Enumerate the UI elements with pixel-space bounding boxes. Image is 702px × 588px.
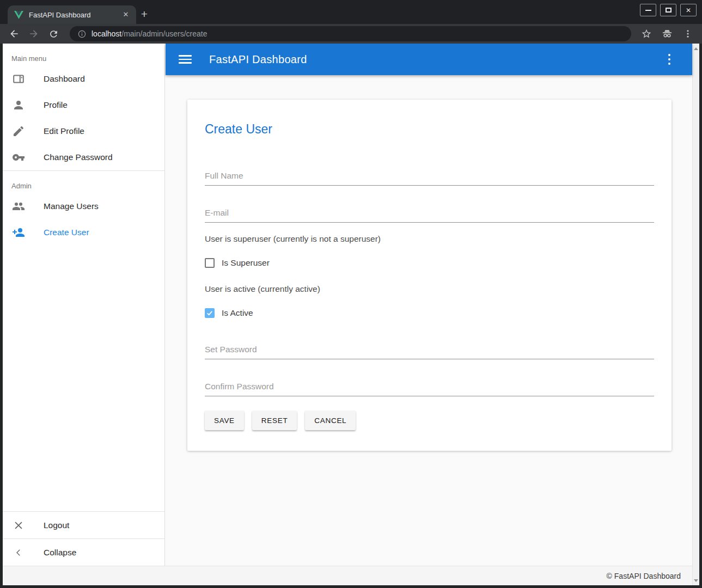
superuser-checkbox-row: Is Superuser: [205, 258, 654, 268]
forward-arrow-icon: [28, 28, 39, 39]
back-arrow-icon: [9, 28, 20, 39]
full-name-placeholder: Full Name: [205, 171, 654, 181]
sidebar-item-label: Collapse: [44, 548, 76, 558]
url-bar[interactable]: localhost/main/admin/users/create: [70, 26, 631, 41]
bookmark-star-button[interactable]: [639, 26, 654, 41]
close-window-icon: ✕: [686, 7, 691, 14]
kebab-menu-icon: [683, 29, 693, 39]
email-placeholder: E-mail: [205, 208, 654, 218]
app-title: FastAPI Dashboard: [209, 53, 663, 66]
key-icon: [12, 151, 25, 164]
sidebar-bottom: Logout Collapse: [3, 511, 164, 566]
app-bar: FastAPI Dashboard: [166, 44, 692, 75]
full-name-field[interactable]: Full Name: [205, 171, 654, 186]
forward-button[interactable]: [25, 26, 42, 42]
sidebar-item-label: Edit Profile: [44, 126, 84, 136]
superuser-checkbox-label[interactable]: Is Superuser: [222, 258, 270, 268]
maximize-icon: [666, 8, 672, 13]
sidebar-item-profile[interactable]: Profile: [3, 92, 164, 118]
section-header-main-menu: Main menu: [3, 50, 164, 66]
hamburger-menu-button[interactable]: [179, 53, 192, 66]
back-button[interactable]: [5, 26, 23, 42]
appbar-menu-button[interactable]: [663, 53, 676, 66]
sidebar: Main menu Dashboard Profile: [3, 44, 165, 566]
page-viewport: Main menu Dashboard Profile: [0, 44, 702, 588]
browser-menu-button[interactable]: [680, 26, 695, 41]
create-user-card: Create User Full Name E-mail User is sup…: [187, 100, 672, 451]
email-field[interactable]: E-mail: [205, 208, 654, 223]
sidebar-item-label: Profile: [44, 100, 68, 110]
browser-window: FastAPI Dashboard ✕ + ✕ localhost/main/a…: [0, 0, 702, 588]
page-info-icon: [77, 29, 87, 39]
sidebar-item-label: Logout: [44, 520, 69, 530]
sidebar-item-create-user[interactable]: Create User: [3, 219, 164, 246]
sidebar-section-admin: Admin Manage Users Create User: [3, 171, 164, 246]
chevron-left-icon: [12, 546, 25, 559]
sidebar-item-label: Manage Users: [44, 201, 99, 211]
check-icon: [206, 309, 213, 317]
scroll-down-icon: [694, 579, 698, 582]
page-scrollbar[interactable]: [692, 44, 699, 585]
window-maximize-button[interactable]: [660, 4, 676, 16]
scrollbar-down-button[interactable]: [693, 577, 699, 584]
save-button[interactable]: SAVE: [205, 411, 244, 430]
active-checkbox-row: Is Active: [205, 308, 654, 318]
reload-icon: [48, 29, 59, 39]
active-checkbox[interactable]: [205, 308, 215, 318]
set-password-placeholder: Set Password: [205, 345, 654, 354]
confirm-password-field[interactable]: Confirm Password: [205, 382, 654, 396]
person-icon: [12, 99, 25, 112]
active-checkbox-label[interactable]: Is Active: [222, 308, 253, 318]
window-controls: ✕: [640, 4, 697, 16]
incognito-icon: [661, 28, 673, 40]
superuser-hint: User is superuser (currently is not a su…: [205, 234, 654, 244]
sidebar-item-label: Change Password: [44, 152, 113, 162]
set-password-field[interactable]: Set Password: [205, 345, 654, 359]
sidebar-spacer: [3, 246, 164, 511]
browser-titlebar: FastAPI Dashboard ✕ + ✕: [0, 0, 702, 24]
scroll-up-icon: [694, 47, 698, 50]
person-add-icon: [12, 226, 25, 239]
star-icon: [641, 28, 652, 39]
close-icon: [12, 519, 25, 532]
url-path: /main/admin/users/create: [121, 29, 207, 38]
tab-close-icon[interactable]: ✕: [121, 10, 131, 20]
vue-logo-icon: [14, 11, 23, 19]
confirm-password-placeholder: Confirm Password: [205, 382, 654, 391]
minimize-icon: [645, 10, 651, 11]
new-tab-button[interactable]: +: [136, 7, 152, 23]
form-actions: SAVE RESET CANCEL: [205, 411, 654, 430]
page-title: Create User: [205, 123, 654, 135]
sidebar-item-logout[interactable]: Logout: [3, 512, 164, 538]
pencil-icon: [12, 125, 25, 138]
main-area: FastAPI Dashboard Create User Full Name …: [166, 44, 692, 566]
sidebar-section-main-menu: Main menu Dashboard Profile: [3, 44, 164, 170]
sidebar-item-label: Dashboard: [44, 74, 85, 84]
window-minimize-button[interactable]: [640, 4, 656, 16]
sidebar-item-dashboard[interactable]: Dashboard: [3, 66, 164, 92]
url-host: localhost: [91, 29, 121, 38]
sidebar-item-collapse[interactable]: Collapse: [3, 539, 164, 566]
scrollbar-up-button[interactable]: [693, 45, 699, 52]
sidebar-item-edit-profile[interactable]: Edit Profile: [3, 118, 164, 144]
sidebar-item-manage-users[interactable]: Manage Users: [3, 193, 164, 219]
section-header-admin: Admin: [3, 177, 164, 193]
content-scroll-area: Create User Full Name E-mail User is sup…: [166, 75, 692, 566]
reset-button[interactable]: RESET: [252, 411, 297, 430]
tab-title: FastAPI Dashboard: [29, 11, 121, 19]
window-close-button[interactable]: ✕: [680, 4, 697, 16]
browser-tab[interactable]: FastAPI Dashboard ✕: [8, 5, 136, 24]
cancel-button[interactable]: CANCEL: [305, 411, 356, 430]
toolbar-right: [639, 26, 695, 41]
people-icon: [12, 200, 25, 213]
superuser-checkbox[interactable]: [205, 258, 215, 268]
footer-text: © FastAPI Dashboard: [607, 572, 681, 580]
dashboard-icon: [12, 72, 25, 85]
page-footer: © FastAPI Dashboard: [3, 566, 692, 585]
sidebar-item-label: Create User: [44, 228, 89, 237]
reload-button[interactable]: [45, 26, 62, 42]
active-hint: User is active (currently active): [205, 284, 654, 294]
browser-toolbar: localhost/main/admin/users/create: [0, 24, 702, 44]
incognito-indicator: [660, 26, 675, 41]
sidebar-item-change-password[interactable]: Change Password: [3, 144, 164, 170]
